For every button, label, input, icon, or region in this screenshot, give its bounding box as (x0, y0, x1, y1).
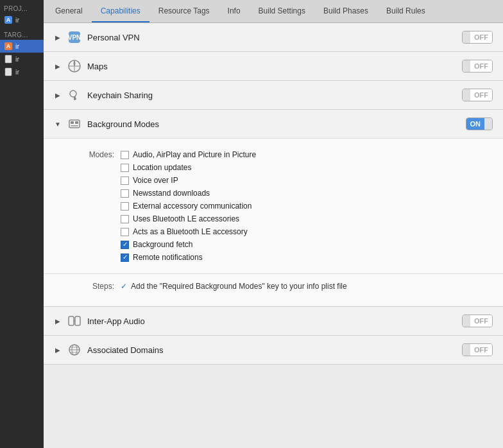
file2-icon (4, 67, 13, 76)
mode-bluetooth-le-checkbox[interactable] (121, 215, 129, 223)
keychain-toggle[interactable]: OFF (462, 89, 493, 101)
svg-rect-18 (69, 316, 74, 325)
sidebar-file1[interactable]: ir (0, 53, 44, 65)
svg-text:A: A (6, 17, 11, 23)
audio-toggle-off (463, 315, 470, 327)
vpn-toggle-on: OFF (470, 31, 492, 43)
svg-rect-15 (71, 121, 74, 124)
modes-section: Modes: Audio, AirPlay and Picture in Pic… (44, 149, 503, 268)
tab-build-settings[interactable]: Build Settings (250, 0, 314, 22)
capability-personal-vpn[interactable]: VPN Personal VPN OFF (44, 23, 503, 52)
mode-remote-notif: Remote notifications (121, 252, 256, 263)
vpn-icon: VPN (67, 30, 82, 45)
bgmodes-expand-arrow (54, 120, 62, 128)
vpn-name: Personal VPN (87, 33, 457, 42)
tab-build-phases[interactable]: Build Phases (314, 0, 377, 22)
mode-bluetooth-le-label: Uses Bluetooth LE accessories (133, 214, 239, 223)
keychain-expand-arrow (54, 91, 62, 99)
maps-expand-arrow (54, 62, 62, 70)
steps-content: ✓ Add the "Required Background Modes" ke… (121, 282, 347, 291)
sidebar-file2[interactable]: ir (0, 65, 44, 78)
tab-info[interactable]: Info (219, 0, 250, 22)
mode-voip-label: Voice over IP (133, 176, 178, 185)
mode-acts-bluetooth-checkbox[interactable] (121, 228, 129, 236)
mode-acts-bluetooth: Acts as a Bluetooth LE accessory (121, 226, 256, 237)
bgmodes-icon (67, 116, 82, 132)
tab-general[interactable]: General (46, 0, 92, 22)
file2-label: ir (15, 68, 19, 76)
background-modes-header[interactable]: Background Modes ON (44, 110, 503, 138)
proj-icon: A (4, 15, 13, 24)
proj-item-label: ir (15, 16, 19, 24)
mode-audio-checkbox[interactable] (121, 151, 129, 159)
audio-toggle[interactable]: OFF (462, 314, 493, 327)
svg-text:A: A (6, 43, 11, 49)
capability-keychain-sharing[interactable]: Keychain Sharing OFF (44, 81, 503, 110)
capabilities-content: VPN Personal VPN OFF Maps (44, 23, 503, 448)
mode-external-accessory-checkbox[interactable] (121, 202, 129, 211)
step-text: Add the "Required Background Modes" key … (131, 282, 347, 291)
svg-rect-14 (69, 120, 80, 128)
svg-rect-16 (75, 121, 78, 124)
mode-bg-fetch-label: Background fetch (133, 240, 192, 249)
modes-list: Audio, AirPlay and Picture in Picture Lo… (121, 149, 256, 263)
tab-resource-tags[interactable]: Resource Tags (149, 0, 219, 22)
maps-toggle-off (463, 60, 470, 72)
domains-toggle-on: OFF (470, 344, 492, 356)
mode-remote-notif-checkbox[interactable] (121, 254, 129, 262)
capability-inter-app-audio[interactable]: Inter-App Audio OFF (44, 307, 503, 336)
mode-bluetooth-le: Uses Bluetooth LE accessories (121, 213, 256, 225)
mode-voip-checkbox[interactable] (121, 177, 129, 185)
audio-toggle-on: OFF (470, 315, 492, 327)
tab-build-rules[interactable]: Build Rules (377, 0, 434, 22)
sidebar-targ-item-active[interactable]: A ir (0, 40, 44, 53)
targ-active-icon: A (4, 42, 13, 51)
steps-section: Steps: ✓ Add the "Required Background Mo… (44, 273, 503, 296)
mode-audio: Audio, AirPlay and Picture in Picture (121, 149, 256, 160)
domains-toggle[interactable]: OFF (462, 343, 493, 356)
mode-bg-fetch: Background fetch (121, 239, 256, 250)
mode-newsstand-checkbox[interactable] (121, 189, 129, 198)
proj-section-label: PROJ... (0, 0, 44, 13)
vpn-toggle[interactable]: OFF (462, 31, 493, 44)
keychain-toggle-off (463, 89, 470, 101)
audio-expand-arrow (54, 317, 62, 325)
svg-rect-17 (71, 125, 78, 126)
svg-point-11 (70, 90, 76, 97)
capability-maps[interactable]: Maps OFF (44, 52, 503, 81)
file1-icon (4, 55, 13, 64)
capability-associated-domains[interactable]: Associated Domains OFF (44, 336, 503, 365)
mode-voip: Voice over IP (121, 175, 256, 186)
step-checkmark-icon: ✓ (121, 282, 127, 291)
mode-acts-bluetooth-label: Acts as a Bluetooth LE accessory (133, 227, 248, 236)
bgmodes-name: Background Modes (87, 119, 461, 129)
bgmodes-toggle[interactable]: ON (466, 117, 493, 130)
inter-app-audio-icon (67, 313, 82, 329)
keychain-name: Keychain Sharing (87, 90, 457, 100)
mode-bg-fetch-checkbox[interactable] (121, 241, 129, 249)
targ-item-label: ir (15, 42, 19, 50)
targ-section-label: TARG... (0, 26, 44, 40)
sidebar-proj-item[interactable]: A ir (0, 13, 44, 26)
mode-location-checkbox[interactable] (121, 164, 129, 172)
svg-rect-4 (5, 55, 12, 63)
sidebar: PROJ... A ir TARG... A ir ir (0, 0, 44, 448)
tab-bar: General Capabilities Resource Tags Info … (44, 0, 503, 23)
bgmodes-toggle-on-label: ON (466, 118, 485, 130)
svg-text:VPN: VPN (68, 34, 81, 41)
mode-external-accessory-label: External accessory communication (133, 202, 252, 211)
steps-label: Steps: (82, 282, 121, 291)
main-content: General Capabilities Resource Tags Info … (44, 0, 503, 448)
maps-toggle-on: OFF (470, 60, 492, 72)
mode-newsstand: Newsstand downloads (121, 187, 256, 199)
modes-label: Modes: (82, 149, 121, 263)
mode-newsstand-label: Newsstand downloads (133, 189, 210, 198)
svg-rect-19 (75, 316, 80, 325)
associated-domains-icon (67, 342, 82, 358)
file1-label: ir (15, 55, 19, 63)
capability-background-modes: Background Modes ON Modes: Audio, AirPla… (44, 110, 503, 307)
maps-toggle[interactable]: OFF (462, 60, 493, 73)
tab-capabilities[interactable]: Capabilities (92, 0, 149, 22)
domains-toggle-off (463, 344, 470, 356)
maps-name: Maps (87, 62, 457, 71)
